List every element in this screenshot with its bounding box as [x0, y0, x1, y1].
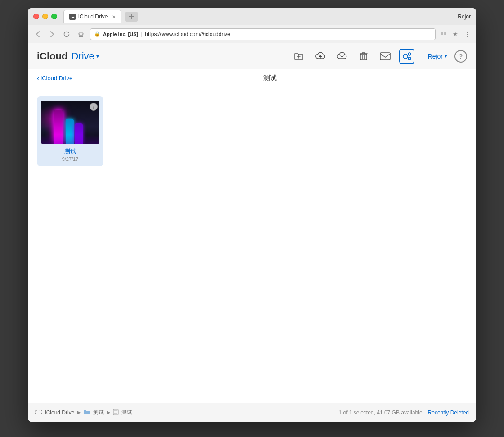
path-separator-2: ▶: [107, 410, 110, 415]
home-icon: [77, 31, 85, 38]
tab-label: iCloud Drive: [78, 14, 108, 20]
delete-button[interactable]: [356, 49, 371, 64]
breadcrumb-path: iCloud Drive ▶ 测试 ▶ 测试: [35, 409, 132, 417]
maximize-button[interactable]: [51, 14, 57, 19]
app-toolbar: iCloud Drive ▾: [28, 43, 476, 69]
user-button[interactable]: Rejor ▾: [428, 53, 447, 60]
back-link-label: iCloud Drive: [40, 75, 72, 82]
status-bar: iCloud Drive ▶ 测试 ▶ 测试 1 of: [28, 403, 476, 422]
path-root-label: iCloud Drive: [45, 410, 74, 416]
doc-icon: [113, 409, 119, 415]
active-tab[interactable]: ☁ iCloud Drive ✕: [63, 10, 122, 23]
svg-point-11: [408, 53, 411, 55]
svg-rect-3: [441, 33, 443, 33]
home-button[interactable]: [76, 29, 86, 40]
lock-icon: 🔒: [94, 31, 100, 37]
share-button[interactable]: [399, 49, 414, 64]
tab-close-button[interactable]: ✕: [112, 14, 116, 19]
forward-icon: [50, 31, 54, 38]
bookmark-icon[interactable]: ★: [451, 30, 460, 39]
title-bar-right-text: Rejor: [458, 14, 471, 20]
share-icon: [401, 51, 412, 62]
file-thumbnail-wrapper: i: [41, 101, 99, 144]
svg-point-12: [408, 57, 411, 60]
breadcrumb-bar: ‹ iCloud Drive 测试: [28, 69, 476, 87]
file-name: 测试: [64, 147, 76, 155]
cloud-icon: [35, 410, 42, 415]
trash-icon: [359, 51, 369, 62]
address-input[interactable]: 🔒 Apple Inc. [US] | https://www.icloud.c…: [90, 28, 436, 40]
help-button[interactable]: ?: [454, 50, 467, 63]
svg-point-10: [403, 54, 408, 59]
floor-glow: [41, 135, 99, 144]
chevron-down-icon: ▾: [96, 53, 99, 59]
app-logo: iCloud: [37, 50, 68, 62]
new-tab-button[interactable]: [125, 12, 138, 22]
forward-button[interactable]: [47, 29, 58, 40]
download-icon: [337, 51, 347, 62]
app-name-dropdown[interactable]: Drive ▾: [71, 50, 99, 62]
user-chevron-icon: ▾: [445, 53, 447, 59]
file-item[interactable]: i 测试 9/27/17: [37, 96, 104, 166]
path-separator-1: ▶: [77, 410, 81, 415]
url-separator: |: [141, 31, 142, 37]
user-label: Rejor: [428, 53, 443, 60]
svg-rect-4: [441, 34, 443, 34]
browser-window: ☁ iCloud Drive ✕ Rejor: [28, 8, 476, 422]
reader-view-icon: [441, 31, 447, 37]
svg-rect-6: [444, 33, 446, 33]
download-button[interactable]: [334, 49, 350, 64]
path-folder-label: 测试: [93, 409, 104, 416]
status-bar-right: 1 of 1 selected, 41.07 GB available Rece…: [338, 410, 469, 416]
svg-rect-8: [360, 54, 367, 60]
main-area: i 测试 9/27/17: [28, 87, 476, 403]
reader-icon[interactable]: [439, 30, 448, 39]
back-link[interactable]: ‹ iCloud Drive: [37, 74, 72, 82]
mail-icon: [380, 52, 391, 60]
svg-rect-1: [129, 16, 134, 17]
menu-icon[interactable]: ⋮: [463, 30, 472, 39]
new-tab-icon: [129, 14, 134, 19]
toolbar-actions: [291, 49, 414, 64]
help-label: ?: [459, 53, 463, 60]
back-icon: [36, 31, 40, 38]
cloud-path-icon: [35, 409, 42, 416]
mail-button[interactable]: [378, 49, 393, 64]
folder-icon: [83, 409, 90, 415]
path-file-label: 测试: [122, 409, 132, 416]
svg-rect-2: [441, 32, 443, 33]
address-bar: 🔒 Apple Inc. [US] | https://www.icloud.c…: [28, 25, 476, 43]
file-info-button[interactable]: i: [90, 103, 98, 111]
title-bar: ☁ iCloud Drive ✕ Rejor: [28, 8, 476, 25]
tab-area: ☁ iCloud Drive ✕: [63, 10, 458, 23]
back-chevron-icon: ‹: [37, 74, 39, 82]
recently-deleted-link[interactable]: Recently Deleted: [428, 410, 469, 416]
new-folder-icon: [293, 51, 304, 62]
svg-rect-7: [444, 34, 446, 34]
svg-rect-9: [380, 53, 390, 60]
svg-rect-5: [444, 32, 446, 33]
tab-favicon: ☁: [69, 14, 76, 20]
doc-path-icon: [113, 409, 119, 417]
address-bar-right: ★ ⋮: [439, 30, 472, 39]
traffic-lights: [33, 14, 57, 19]
selection-info: 1 of 1 selected, 41.07 GB available: [338, 410, 422, 416]
reload-button[interactable]: [61, 29, 72, 40]
close-button[interactable]: [33, 14, 39, 19]
url-text: https://www.icloud.com/#iclouddrive: [145, 31, 230, 37]
reload-icon: [63, 31, 70, 38]
upload-button[interactable]: [313, 49, 328, 64]
company-tag: Apple Inc. [US]: [103, 32, 138, 37]
file-date: 9/27/17: [62, 156, 79, 162]
app-content: iCloud Drive ▾: [28, 43, 476, 422]
back-button[interactable]: [32, 29, 43, 40]
minimize-button[interactable]: [42, 14, 48, 19]
new-folder-button[interactable]: [291, 49, 306, 64]
folder-path-icon: [83, 409, 90, 416]
app-logo-area: iCloud Drive ▾: [37, 50, 99, 62]
breadcrumb-title: 测试: [72, 74, 467, 82]
upload-icon: [315, 51, 326, 62]
